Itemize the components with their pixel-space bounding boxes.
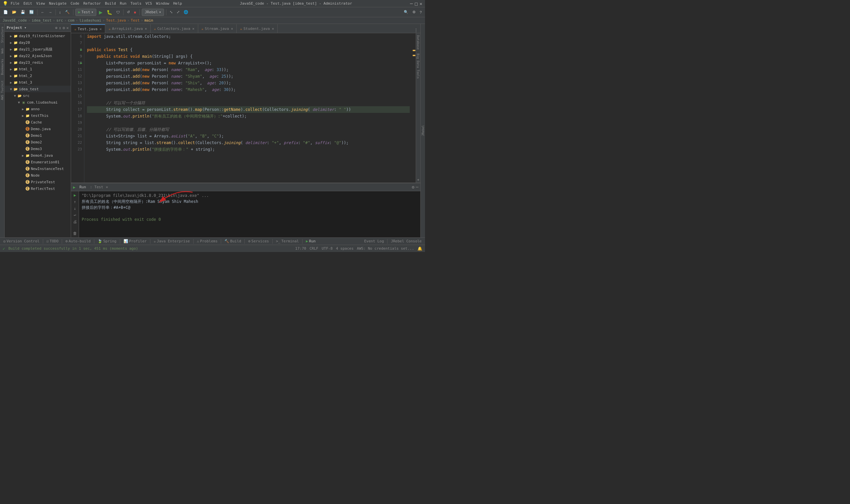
run-wrap-button[interactable]: ↩ [72,213,78,218]
breadcrumb-test-class[interactable]: Test [131,18,140,22]
run-panel-close[interactable]: ✕ [106,185,108,189]
tab-arraylist-java[interactable]: ☕ ArrayList.java ✕ [105,24,150,33]
tree-item-day21[interactable]: ▶ 📁 day21_jquery高级 [5,46,71,52]
tab-close-student[interactable]: ✕ [272,26,274,31]
back-button[interactable]: ← [39,8,46,16]
tree-item-Demo-java[interactable]: ▶ C Demo.java [5,126,71,132]
right-tab-database[interactable]: Database [416,33,420,52]
build-action-button[interactable]: 🔨 [64,8,71,16]
tree-item-day22[interactable]: ▶ 📁 day22_Ajax&Json [5,52,71,59]
tree-item-html3[interactable]: ▶ 📁 html_3 [5,79,71,86]
coverage-button[interactable]: 🛡 [115,8,121,16]
collapse-button[interactable]: ⤢ [175,8,181,16]
menu-help[interactable]: Help [173,1,182,6]
tree-item-Cache[interactable]: ▶ C Cache [5,119,71,126]
search-everywhere-button[interactable]: 🔍 [402,8,410,16]
expand-button[interactable]: ⤡ [168,8,174,16]
tree-item-anno[interactable]: ▶ 📁 anno [5,106,71,112]
run-clear-button[interactable]: 🗑 [72,231,78,236]
btoolbar-terminal[interactable]: >_ Terminal [274,238,301,245]
tab-scroll-button[interactable]: ⋮ [412,28,420,33]
tree-item-day23[interactable]: ▶ 📁 day23_redis [5,59,71,66]
btoolbar-problems[interactable]: ⚠ Problems [195,238,220,245]
run-print-button[interactable]: 🖨 [72,219,78,224]
status-crlf[interactable]: CRLF [309,246,319,251]
btoolbar-java-enterprise[interactable]: ☕ Java Enterprise [152,238,192,245]
tab-close-stream[interactable]: ✕ [231,26,233,31]
tree-item-testThis[interactable]: ▶ 📁 testThis [5,112,71,119]
left-tab-aws-toolkit[interactable]: AWS Toolkit [0,78,4,103]
sync-button[interactable]: 🔄 [28,8,35,16]
btoolbar-run[interactable]: ▶ Run [304,238,318,245]
tab-test-java[interactable]: ☕ Test.java ✕ [71,24,105,33]
status-aws[interactable]: AWS: No credentials set... [357,246,414,251]
breadcrumb-liudashuai[interactable]: liudashuai [79,18,101,22]
tab-collectors-java[interactable]: ☕ Collectors.java ✕ [151,24,198,33]
project-locate-icon[interactable]: ⊕ [55,25,57,30]
breadcrumb-ideatest[interactable]: idea_test [32,18,52,22]
status-indent[interactable]: 4 spaces [336,246,354,251]
btoolbar-services[interactable]: ⚙ Services [246,238,271,245]
tab-student-java[interactable]: ☕ Student.java ✕ [237,24,277,33]
breadcrumb-testjava[interactable]: Test.java [106,18,126,22]
menu-build[interactable]: Build [105,1,116,6]
minimize-button[interactable]: ─ [410,1,413,6]
menu-run[interactable]: Run [120,1,127,6]
btoolbar-version-control[interactable]: ◎ Version Control [1,238,41,245]
tab-close-arraylist[interactable]: ✕ [145,26,147,31]
tree-item-PrivateTest[interactable]: ▶ C PrivateTest [5,179,71,185]
run-scroll-bottom-button[interactable]: ↓ [72,206,78,211]
menu-edit[interactable]: Edit [23,1,33,6]
open-button[interactable]: 📂 [11,8,18,16]
menu-code[interactable]: Code [70,1,79,6]
run-settings-icon[interactable]: ⚙ [412,185,414,190]
btoolbar-auto-build[interactable]: ⚙ Auto-build [64,238,93,245]
refactor-button[interactable]: ↕ [58,8,62,16]
run-icon-line8[interactable]: ▶ [80,47,82,53]
run-panel-tab[interactable]: Run [78,185,87,189]
tree-item-day20[interactable]: ▶ 📁 day20 [5,39,71,46]
tree-item-html1[interactable]: ▶ 📁 html_1 [5,66,71,72]
save-button[interactable]: 💾 [19,8,26,16]
run-minimize-icon[interactable]: ─ [416,185,418,190]
jrebel-button[interactable]: JRebel ▾ [142,8,164,16]
tree-item-Enum01[interactable]: ▶ C Enumeration01 [5,159,71,165]
btoolbar-profiler[interactable]: 📊 Profiler [122,238,149,245]
run-scroll-top-button[interactable]: ↑ [72,199,78,204]
breadcrumb-main[interactable]: main [144,18,153,22]
project-settings-icon[interactable]: ⚙ [63,25,65,30]
status-charset[interactable]: UTF-8 [322,246,333,251]
forward-button[interactable]: → [47,8,53,16]
left-tab-structure[interactable]: Structure [0,24,4,46]
btoolbar-event-log[interactable]: Event Log [362,238,386,245]
tree-item-Demo4[interactable]: ▶ 📁 Demo4.java [5,152,71,159]
btoolbar-jrebel-console[interactable]: JRebel Console [389,238,424,245]
menu-navigate[interactable]: Navigate [49,1,67,6]
menu-view[interactable]: View [36,1,45,6]
jrebel-panel-tab[interactable]: JRebel [421,125,425,136]
menu-file[interactable]: File [11,1,20,6]
breadcrumb-src[interactable]: src [56,18,63,22]
tab-close-collectors[interactable]: ✕ [192,26,195,31]
left-tab-bookmarks[interactable]: Bookmarks [0,56,4,78]
tree-item-Demo2[interactable]: ▶ C Demo2 [5,139,71,145]
run-button[interactable]: ▶ [97,8,104,16]
tree-item-ReflectTest[interactable]: ▶ C ReflectTest [5,185,71,192]
right-tab-bigdata[interactable]: Big Data Tools [416,52,420,81]
tree-item-src[interactable]: ▼ 📂 src [5,92,71,99]
stop-button[interactable]: ■ [132,8,138,16]
run-icon-line9[interactable]: ▶ [80,60,82,67]
tab-close-test[interactable]: ✕ [100,27,102,31]
run-config-selector[interactable]: ▶ Test ▾ [75,8,97,16]
rerun-button[interactable]: ↺ [126,8,131,16]
menu-window[interactable]: Window [156,1,169,6]
right-tab-gradle[interactable]: ⊕ [416,177,420,183]
translate-button[interactable]: 🌐 [182,8,189,16]
btoolbar-build[interactable]: 🔨 Build [222,238,243,245]
tree-item-idea-test[interactable]: ▼ 📂 idea_test [5,86,71,92]
help-button[interactable]: ? [418,8,423,16]
menu-tools[interactable]: Tools [130,1,142,6]
menu-vcs[interactable]: VCS [145,1,152,6]
tree-item-com-liu[interactable]: ▼ ▣ com.liudashuai [5,99,71,106]
tree-item-NewInstance[interactable]: ▶ C NewInstanceTest [5,165,71,172]
